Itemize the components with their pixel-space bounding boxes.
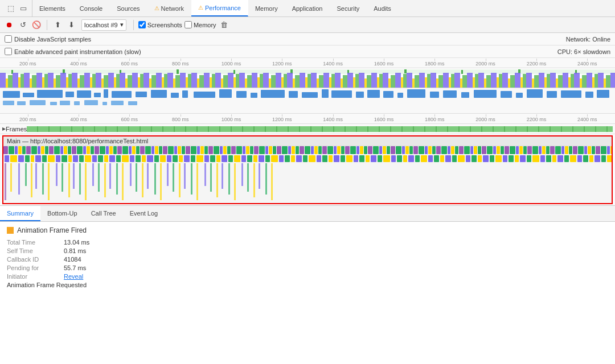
svg-rect-180 [48, 163, 50, 200]
svg-rect-189 [104, 163, 106, 197]
svg-rect-31 [182, 90, 188, 98]
memory-checkbox[interactable] [184, 21, 192, 28]
summary-content: Animation Frame Fired Total Time 13.04 m… [0, 222, 615, 295]
tab-elements[interactable]: Elements [32, 0, 73, 16]
screenshots-checkbox-label[interactable]: Screenshots [138, 21, 182, 28]
tab-memory[interactable]: Memory [248, 0, 285, 16]
profile-select[interactable]: localhost #9 ▾ [81, 19, 126, 31]
flame-chart[interactable] [3, 146, 612, 203]
svg-rect-85 [68, 155, 72, 162]
svg-rect-152 [483, 155, 489, 162]
memory-checkbox-label[interactable]: Memory [184, 21, 216, 28]
summary-row-initiator: Initiator Reveal [7, 273, 608, 280]
memory-label: Memory [194, 22, 216, 28]
summary-row-self-time: Self Time 0.81 ms [7, 247, 608, 254]
svg-rect-170 [594, 155, 600, 162]
svg-rect-185 [79, 163, 81, 195]
svg-rect-207 [216, 163, 218, 197]
bottom-panel: Summary Bottom-Up Call Tree Event Log An… [0, 205, 615, 364]
svg-rect-59 [30, 100, 46, 105]
svg-rect-183 [68, 163, 70, 197]
tab-audits[interactable]: Audits [367, 0, 399, 16]
svg-rect-156 [509, 155, 514, 162]
refresh-record-button[interactable]: ↺ [17, 19, 28, 31]
tick-2000: 2000 ms [460, 61, 511, 67]
download-button[interactable]: ⬇ [65, 19, 77, 31]
network-area[interactable] [0, 88, 615, 114]
main-thread-section[interactable]: Main — http://localhost:8080/performance… [2, 135, 613, 204]
separator-1 [47, 20, 47, 30]
tab-network[interactable]: ⚠Network [147, 0, 191, 16]
svg-rect-24 [77, 90, 91, 98]
svg-rect-145 [440, 155, 444, 162]
svg-rect-121 [291, 155, 295, 162]
svg-rect-32 [194, 92, 215, 98]
network-label: Network: [566, 36, 591, 43]
svg-rect-22 [37, 90, 63, 98]
svg-rect-33 [219, 89, 232, 98]
svg-rect-78 [25, 155, 30, 162]
svg-rect-202 [184, 163, 186, 189]
tab-security[interactable]: Security [330, 0, 367, 16]
svg-rect-168 [583, 155, 588, 162]
tab-sources[interactable]: Sources [110, 0, 147, 16]
svg-rect-129 [341, 155, 345, 162]
device-icon[interactable]: ▭ [18, 3, 28, 14]
enable-paint-checkbox[interactable] [5, 48, 12, 55]
tab-event-log[interactable]: Event Log [123, 206, 165, 221]
svg-rect-206 [210, 163, 212, 192]
svg-rect-131 [354, 155, 358, 162]
clear-button[interactable]: 🚫 [31, 19, 42, 31]
svg-rect-137 [391, 155, 396, 162]
enable-paint-label: Enable advanced paint instrumentation (s… [14, 48, 141, 55]
svg-rect-187 [92, 163, 94, 186]
initiator-link[interactable]: Reveal [64, 273, 83, 280]
trash-button[interactable]: 🗑 [219, 19, 230, 31]
svg-rect-210 [234, 163, 236, 200]
svg-rect-203 [191, 163, 192, 195]
tick-1000: 1000 ms [206, 61, 256, 67]
svg-rect-184 [73, 163, 75, 189]
record-button[interactable]: ⏺ [3, 19, 15, 31]
svg-rect-151 [478, 155, 482, 162]
svg-rect-100 [160, 155, 166, 162]
tab-application[interactable]: Application [285, 0, 330, 16]
timeline-ruler-1: 200 ms 400 ms 600 ms 800 ms 1000 ms 1200… [0, 58, 615, 68]
svg-rect-171 [601, 155, 606, 162]
svg-rect-147 [452, 155, 457, 162]
tab-summary[interactable]: Summary [0, 206, 40, 221]
svg-rect-64 [102, 102, 107, 105]
svg-rect-20 [3, 91, 20, 98]
upload-button[interactable]: ⬆ [52, 19, 63, 31]
tab-bottom-up[interactable]: Bottom-Up [40, 206, 84, 221]
screenshots-checkbox[interactable] [138, 21, 146, 28]
svg-rect-91 [104, 155, 108, 162]
overview-area[interactable] [0, 68, 615, 88]
svg-rect-36 [261, 90, 285, 98]
svg-rect-18 [0, 73, 615, 88]
initiator-label: Initiator [7, 273, 64, 280]
disable-js-samples-checkbox[interactable] [5, 35, 12, 43]
svg-rect-26 [104, 89, 108, 98]
summary-row-callback-id: Callback ID 41084 [7, 256, 608, 263]
devtools-window: ⬚ ▭ Elements Console Sources ⚠Network ⚠P… [0, 0, 615, 364]
svg-rect-134 [371, 155, 376, 162]
svg-rect-140 [408, 155, 414, 162]
frames-row: ▶ Frames [0, 124, 615, 134]
tab-call-tree[interactable]: Call Tree [84, 206, 123, 221]
svg-rect-157 [515, 155, 519, 162]
svg-rect-149 [466, 155, 470, 162]
svg-rect-93 [116, 155, 121, 162]
svg-rect-161 [540, 155, 545, 162]
svg-rect-30 [171, 93, 179, 98]
svg-rect-95 [130, 155, 134, 162]
main-separator: — [22, 138, 30, 144]
tick-200: 200 ms [2, 61, 53, 67]
svg-rect-148 [458, 155, 465, 162]
svg-rect-90 [98, 155, 103, 162]
inspect-icon[interactable]: ⬚ [6, 3, 16, 14]
svg-rect-194 [136, 163, 137, 192]
tab-performance[interactable]: ⚠Performance [191, 0, 248, 16]
tab-console[interactable]: Console [73, 0, 110, 16]
svg-rect-48 [461, 92, 469, 98]
